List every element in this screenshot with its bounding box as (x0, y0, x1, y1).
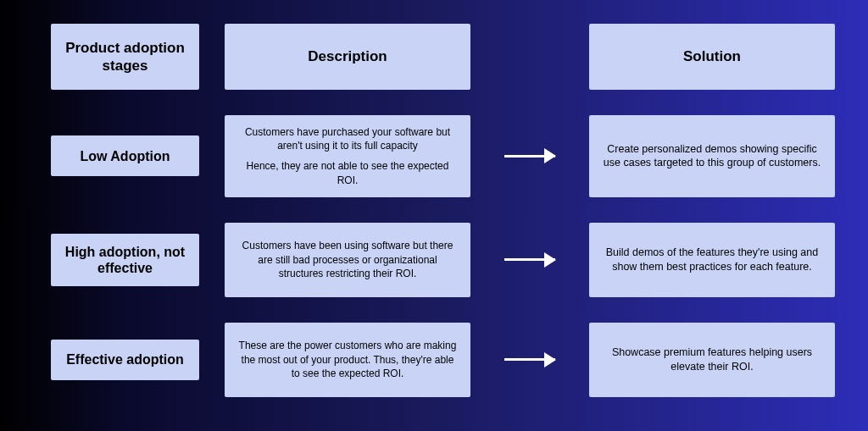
solution-high-adoption: Build demos of the features they're usin… (589, 223, 835, 297)
arrow-right-icon (504, 155, 555, 157)
description-low-adoption: Customers have purchased your software b… (225, 115, 470, 197)
arrow-right-icon (504, 358, 555, 361)
description-text: These are the power customers who are ma… (236, 339, 459, 380)
stage-low-adoption: Low Adoption (51, 135, 199, 176)
description-effective-adoption: These are the power customers who are ma… (225, 323, 470, 397)
header-spacer (496, 24, 564, 90)
stage-high-adoption: High adoption, not effective (51, 234, 199, 286)
arrow-effective-adoption (496, 323, 564, 397)
header-solution-label: Solution (683, 47, 741, 65)
stage-label: Effective adoption (66, 351, 184, 367)
solution-text: Create personalized demos showing specif… (601, 142, 823, 171)
arrow-high-adoption (496, 223, 564, 297)
arrow-right-icon (504, 258, 555, 261)
header-solution: Solution (589, 24, 835, 90)
description-high-adoption: Customers have been using software but t… (225, 223, 470, 297)
header-description: Description (225, 24, 470, 90)
solution-text: Showcase premium features helping users … (601, 345, 823, 374)
header-stages: Product adoption stages (51, 24, 199, 90)
header-stages-label: Product adoption stages (63, 39, 187, 75)
stage-label: Low Adoption (80, 148, 170, 164)
arrow-low-adoption (496, 115, 564, 197)
header-description-label: Description (308, 47, 387, 65)
description-text: Customers have purchased your software b… (236, 125, 459, 152)
adoption-stages-grid: Product adoption stages Description Solu… (0, 0, 868, 421)
description-text: Customers have been using software but t… (236, 239, 459, 280)
solution-effective-adoption: Showcase premium features helping users … (589, 323, 835, 397)
description-text: Hence, they are not able to see the expe… (236, 159, 459, 186)
solution-low-adoption: Create personalized demos showing specif… (589, 115, 835, 197)
stage-effective-adoption: Effective adoption (51, 340, 199, 380)
stage-label: High adoption, not effective (63, 244, 187, 276)
solution-text: Build demos of the features they're usin… (601, 246, 823, 274)
